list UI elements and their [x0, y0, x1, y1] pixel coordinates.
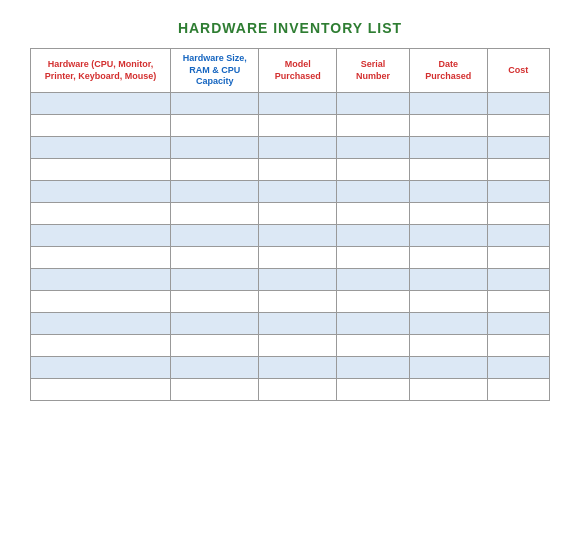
table-cell[interactable] — [409, 137, 487, 159]
table-cell[interactable] — [337, 357, 410, 379]
table-cell[interactable] — [259, 269, 337, 291]
table-row — [31, 313, 550, 335]
table-cell[interactable] — [337, 225, 410, 247]
table-cell[interactable] — [487, 159, 549, 181]
col-serial-label: SerialNumber — [356, 59, 390, 81]
table-cell[interactable] — [487, 247, 549, 269]
table-cell[interactable] — [337, 203, 410, 225]
col-header-hardware-size: Hardware Size,RAM & CPUCapacity — [171, 49, 259, 93]
table-cell[interactable] — [31, 335, 171, 357]
table-cell[interactable] — [259, 379, 337, 401]
table-cell[interactable] — [409, 313, 487, 335]
table-cell[interactable] — [259, 93, 337, 115]
table-cell[interactable] — [171, 269, 259, 291]
table-cell[interactable] — [31, 313, 171, 335]
table-cell[interactable] — [171, 203, 259, 225]
table-cell[interactable] — [171, 247, 259, 269]
table-cell[interactable] — [409, 357, 487, 379]
table-cell[interactable] — [259, 115, 337, 137]
table-cell[interactable] — [487, 269, 549, 291]
table-cell[interactable] — [31, 291, 171, 313]
table-cell[interactable] — [171, 335, 259, 357]
table-cell[interactable] — [31, 203, 171, 225]
table-cell[interactable] — [409, 269, 487, 291]
table-cell[interactable] — [259, 225, 337, 247]
table-row — [31, 291, 550, 313]
table-cell[interactable] — [337, 335, 410, 357]
table-row — [31, 357, 550, 379]
table-cell[interactable] — [259, 291, 337, 313]
col-model-label: ModelPurchased — [275, 59, 321, 81]
table-cell[interactable] — [171, 379, 259, 401]
table-cell[interactable] — [31, 181, 171, 203]
table-cell[interactable] — [487, 225, 549, 247]
table-cell[interactable] — [487, 357, 549, 379]
table-cell[interactable] — [31, 93, 171, 115]
table-cell[interactable] — [31, 379, 171, 401]
table-cell[interactable] — [409, 181, 487, 203]
table-row — [31, 379, 550, 401]
table-cell[interactable] — [487, 137, 549, 159]
table-cell[interactable] — [487, 181, 549, 203]
table-cell[interactable] — [259, 335, 337, 357]
table-cell[interactable] — [337, 247, 410, 269]
table-cell[interactable] — [409, 247, 487, 269]
table-cell[interactable] — [337, 379, 410, 401]
table-cell[interactable] — [31, 357, 171, 379]
col-header-serial: SerialNumber — [337, 49, 410, 93]
table-cell[interactable] — [259, 313, 337, 335]
col-header-hardware: Hardware (CPU, Monitor,Printer, Keyboard… — [31, 49, 171, 93]
table-cell[interactable] — [337, 137, 410, 159]
table-cell[interactable] — [409, 203, 487, 225]
table-cell[interactable] — [171, 93, 259, 115]
table-cell[interactable] — [409, 93, 487, 115]
table-cell[interactable] — [487, 335, 549, 357]
table-cell[interactable] — [171, 357, 259, 379]
table-cell[interactable] — [259, 181, 337, 203]
table-cell[interactable] — [337, 159, 410, 181]
table-cell[interactable] — [487, 313, 549, 335]
table-cell[interactable] — [259, 203, 337, 225]
table-cell[interactable] — [259, 247, 337, 269]
table-cell[interactable] — [487, 115, 549, 137]
table-cell[interactable] — [31, 137, 171, 159]
table-row — [31, 335, 550, 357]
table-cell[interactable] — [409, 291, 487, 313]
table-cell[interactable] — [337, 181, 410, 203]
table-cell[interactable] — [171, 159, 259, 181]
table-cell[interactable] — [171, 291, 259, 313]
table-cell[interactable] — [409, 379, 487, 401]
table-cell[interactable] — [171, 313, 259, 335]
table-cell[interactable] — [409, 159, 487, 181]
table-cell[interactable] — [487, 93, 549, 115]
table-row — [31, 159, 550, 181]
table-cell[interactable] — [337, 291, 410, 313]
table-cell[interactable] — [409, 225, 487, 247]
table-row — [31, 93, 550, 115]
table-cell[interactable] — [171, 225, 259, 247]
table-cell[interactable] — [337, 269, 410, 291]
table-cell[interactable] — [171, 115, 259, 137]
table-cell[interactable] — [259, 357, 337, 379]
table-cell[interactable] — [337, 313, 410, 335]
table-cell[interactable] — [171, 137, 259, 159]
col-cost-label: Cost — [508, 65, 528, 75]
table-cell[interactable] — [337, 115, 410, 137]
table-cell[interactable] — [487, 203, 549, 225]
table-cell[interactable] — [259, 159, 337, 181]
col-hardware-size-label: Hardware Size,RAM & CPUCapacity — [183, 53, 247, 86]
table-cell[interactable] — [31, 269, 171, 291]
table-cell[interactable] — [259, 137, 337, 159]
col-date-label: DatePurchased — [425, 59, 471, 81]
table-cell[interactable] — [31, 115, 171, 137]
table-cell[interactable] — [31, 159, 171, 181]
table-cell[interactable] — [171, 181, 259, 203]
table-cell[interactable] — [409, 335, 487, 357]
table-cell[interactable] — [31, 225, 171, 247]
table-cell[interactable] — [409, 115, 487, 137]
table-cell[interactable] — [487, 379, 549, 401]
table-body — [31, 93, 550, 401]
table-cell[interactable] — [487, 291, 549, 313]
table-cell[interactable] — [337, 93, 410, 115]
table-cell[interactable] — [31, 247, 171, 269]
